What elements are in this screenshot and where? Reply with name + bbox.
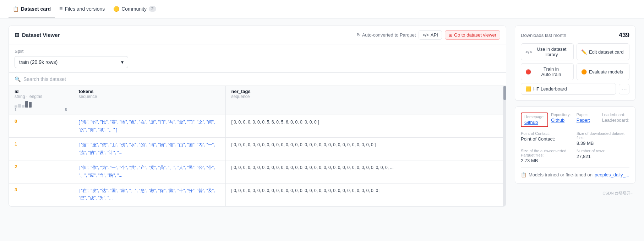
cell-tokens: [ "在", "发", "达", "国", "家", "、", "急", "救"… xyxy=(73,183,225,206)
table-row: 3 [ "在", "发", "达", "国", "家", "、", "急", "… xyxy=(9,183,506,206)
downloads-label: Downloads last month xyxy=(521,33,566,38)
evaluate-models-button[interactable]: 🟠 Evaluate models xyxy=(577,63,629,80)
refresh-icon: ↻ xyxy=(357,32,361,38)
poc-value: Point of Contact: xyxy=(521,136,574,142)
community-icon: 🟡 xyxy=(113,6,119,12)
cell-ner: [ 0, 0, 0, 0, 0, 0, 0, 0, 0, 0, 0, 0, 0,… xyxy=(225,160,506,183)
poc-label: Point of Contact: xyxy=(521,131,574,136)
more-options-button[interactable]: ⋯ xyxy=(619,84,629,94)
homepage-link-item: Homepage: Github xyxy=(521,113,548,127)
pencil-icon: ✏️ xyxy=(581,49,587,55)
dataset-card-icon: 📋 xyxy=(13,6,19,12)
tokens-value: [ "在", "发", "达", "国", "家", "、", "急", "救"… xyxy=(79,188,215,201)
repository-label: Repository: xyxy=(551,113,574,117)
leaderboard-link: Leaderboard: xyxy=(602,117,629,123)
code-icon: </> xyxy=(422,33,429,38)
dataset-viewer-title: ⊞ Dataset Viewer xyxy=(15,32,60,38)
go-to-dataset-viewer-button[interactable]: ⊞ Go to dataset viewer xyxy=(445,30,500,40)
train-autotrain-button[interactable]: 🔴 Train in AutoTrain xyxy=(521,63,574,80)
table-icon: ⊞ xyxy=(15,32,19,38)
split-label: Split xyxy=(15,49,500,54)
community-badge: 2 xyxy=(149,6,156,12)
search-input-wrap: 🔍 Search this dataset xyxy=(15,76,500,82)
num-rows-value: 27,821 xyxy=(577,154,629,159)
action-buttons: </> Use in dataset library ✏️ Edit datas… xyxy=(521,43,629,80)
row-id-value: 3 xyxy=(15,187,17,192)
tab-files-versions[interactable]: ≡ Files and versions xyxy=(55,1,109,18)
main-layout: ⊞ Dataset Viewer ↻ Auto-converted to Par… xyxy=(0,18,644,214)
cell-id: 2 xyxy=(9,160,73,183)
dataset-icon-small: 📋 xyxy=(521,172,526,177)
dataset-viewer-title-text: Dataset Viewer xyxy=(22,32,60,38)
leaderboard-link-item: Leaderboard: Leaderboard: xyxy=(602,113,629,127)
table-wrapper: id string · lengths 1 5 xyxy=(9,86,506,206)
size-parquet-value: 2.73 MB xyxy=(521,158,574,163)
edit-dataset-card-button[interactable]: ✏️ Edit dataset card xyxy=(577,43,629,60)
tab-dataset-card-label: Dataset card xyxy=(21,6,51,12)
search-placeholder[interactable]: Search this dataset xyxy=(23,76,66,82)
right-panel: Downloads last month 439 </> Use in data… xyxy=(515,26,635,207)
downloads-row: Downloads last month 439 xyxy=(521,32,629,39)
size-downloaded-label: Size of downloaded dataset files: xyxy=(577,131,629,140)
split-section: Split train (20.9k rows) ▾ xyxy=(9,44,506,73)
search-icon: 🔍 xyxy=(15,76,21,82)
search-section: 🔍 Search this dataset xyxy=(9,73,506,86)
col-ner-header: ner_tags sequence xyxy=(225,86,506,115)
tokens-value: [ "这", "座", "依", "山", "傍", "水", "的", "博"… xyxy=(79,142,215,155)
tokens-value: [ "海", "钓", "比", "赛", "地", "点", "在", "厦"… xyxy=(79,120,215,132)
api-button[interactable]: </> API xyxy=(419,30,442,40)
col-tokens-type: sequence xyxy=(79,94,220,99)
size-parquet-label: Size of the auto-converted Parquet files… xyxy=(521,149,574,157)
col-ner-type: sequence xyxy=(231,94,501,99)
col-id-header: id string · lengths 1 5 xyxy=(9,86,73,115)
size-downloaded-value: 8.39 MB xyxy=(577,141,629,146)
tokens-value: [ "但", "作", "为", "一", "个", "共", "产", "党"… xyxy=(79,165,215,178)
col-id-name: id xyxy=(15,89,67,94)
ner-value: [ 0, 0, 0, 0, 0, 0, 0, 0, 0, 0, 0, 0, 0,… xyxy=(231,142,376,147)
dv-actions: ↻ Auto-converted to Parquet </> API ⊞ Go… xyxy=(357,30,500,40)
num-rows-label: Number of rows: xyxy=(577,149,629,153)
point-of-contact-item: Point of Contact: Point of Contact: xyxy=(521,131,574,146)
tab-dataset-card[interactable]: 📋 Dataset card xyxy=(9,1,55,17)
cell-id: 3 xyxy=(9,183,73,206)
cell-tokens: [ "但", "作", "为", "一", "个", "共", "产", "党"… xyxy=(73,160,225,183)
chevron-down-icon: ▾ xyxy=(121,59,124,65)
ner-value: [ 0, 0, 0, 0, 0, 0, 0, 0, 0, 0, 0, 0, 0,… xyxy=(231,165,394,170)
stats-card: Downloads last month 439 </> Use in data… xyxy=(515,26,635,101)
size-downloaded-item: Size of downloaded dataset files: 8.39 M… xyxy=(577,131,629,146)
ner-value: [ 0, 0, 0, 0, 0, 0, 0, 5, 6, 0, 5, 6, 0,… xyxy=(231,120,319,125)
cell-ner: [ 0, 0, 0, 0, 0, 0, 0, 5, 6, 0, 5, 6, 0,… xyxy=(225,115,506,138)
col-tokens-name: tokens xyxy=(79,89,220,94)
tab-community[interactable]: 🟡 Community 2 xyxy=(109,1,160,17)
meta-grid: Point of Contact: Point of Contact: Size… xyxy=(521,131,629,163)
dataset-viewer-panel: ⊞ Dataset Viewer ↻ Auto-converted to Par… xyxy=(9,26,506,207)
top-nav: 📋 Dataset card ≡ Files and versions 🟡 Co… xyxy=(0,0,644,18)
ner-value: [ 0, 0, 0, 0, 0, 0, 0, 0, 0, 0, 0, 0, 0,… xyxy=(231,188,381,193)
col-id-hist-labels: 1 5 xyxy=(15,108,67,112)
split-value: train (20.9k rows) xyxy=(19,59,58,65)
paper-link[interactable]: Paper: xyxy=(577,117,599,123)
models-link[interactable]: peoples_daily_... xyxy=(595,172,629,177)
col-id-type: string · lengths xyxy=(15,94,67,99)
hf-icon: 🟨 xyxy=(525,86,531,92)
col-tokens-header: tokens sequence xyxy=(73,86,225,115)
cell-id: 0 xyxy=(9,115,73,138)
repository-link-item: Repository: Github xyxy=(551,113,574,127)
row-id-value: 1 xyxy=(15,141,17,147)
paper-label: Paper: xyxy=(577,113,599,117)
split-dropdown[interactable]: train (20.9k rows) ▾ xyxy=(15,56,128,68)
repository-link[interactable]: Github xyxy=(551,117,574,123)
links-grid: Homepage: Github Repository: Github Pape… xyxy=(521,113,629,127)
cell-id: 1 xyxy=(9,138,73,160)
cell-ner: [ 0, 0, 0, 0, 0, 0, 0, 0, 0, 0, 0, 0, 0,… xyxy=(225,183,506,206)
hf-leaderboard-button[interactable]: 🟨 HF Leaderboard xyxy=(521,83,616,95)
table-row: 0 [ "海", "钓", "比", "赛", "地", "点", "在", "… xyxy=(9,115,506,138)
grid-icon: ⊞ xyxy=(449,33,452,38)
scroll-indicator[interactable] xyxy=(503,86,506,206)
files-versions-icon: ≡ xyxy=(59,6,62,12)
use-in-library-button[interactable]: </> Use in dataset library xyxy=(521,43,574,60)
num-rows-item: Number of rows: 27,821 xyxy=(577,149,629,163)
col-ner-name: ner_tags xyxy=(231,89,501,94)
code-brackets-icon: </> xyxy=(525,49,532,55)
homepage-link[interactable]: Github xyxy=(524,120,545,125)
